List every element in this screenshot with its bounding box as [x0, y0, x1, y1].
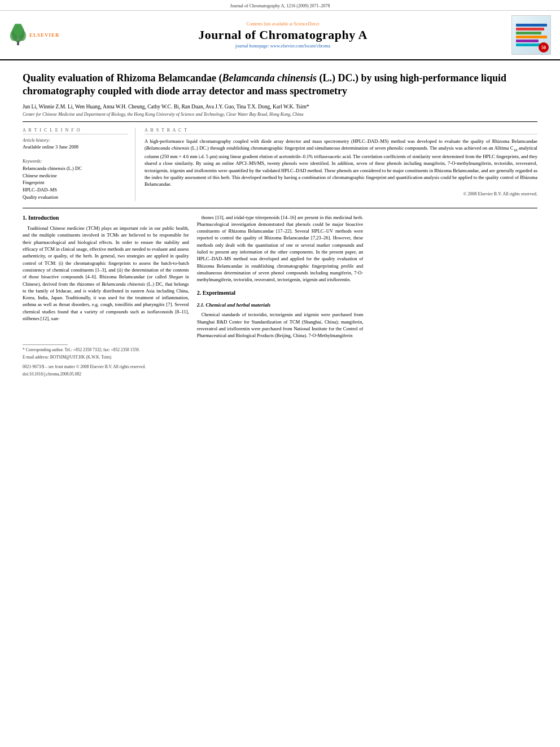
article-info-abstract-section: A R T I C L E I N F O Article history: A… [23, 128, 537, 201]
available-online: Available online 3 June 2008 [23, 144, 128, 150]
keywords-list: Belamcanda chinensis (L.) DC Chinese med… [23, 165, 128, 201]
chemical-subtitle: 2.1. Chemical and herbal materials [197, 302, 364, 309]
journal-bar-text: Journal of Chromatography A, 1216 (2009)… [230, 3, 330, 8]
abstract-header: A B S T R A C T [145, 128, 537, 134]
intro-para-1: Traditional Chinese medicine (TCM) plays… [23, 225, 189, 322]
authors: Jun Li, Winnie Z.M. Li, Wen Huang, Anna … [23, 104, 537, 110]
homepage-link[interactable]: www.elsevier.com/locate/chroma [270, 43, 331, 49]
body-three-col: 1. Introduction Traditional Chinese medi… [23, 214, 537, 379]
journal-header-center: Contents lists available at ScienceDirec… [60, 21, 506, 49]
sciencedirect-label: Contents lists available at ScienceDirec… [60, 21, 506, 27]
article-info-header: A R T I C L E I N F O [23, 128, 128, 134]
article-title-part1: Quality evaluation of Rhizoma Belamcanda… [23, 72, 222, 84]
chemical-para: Chemical standards of tectoridin, tector… [197, 311, 364, 339]
article-title-italic: Belamcanda chinensis [222, 72, 317, 84]
copyright-line: © 2008 Elsevier B.V. All rights reserved… [145, 191, 537, 196]
footnote-area: * Corresponding author. Tel.: +852 2358 … [23, 344, 189, 378]
footnote-corresponding: * Corresponding author. Tel.: +852 2358 … [23, 347, 189, 353]
abstract-column: A B S T R A C T A high-performance liqui… [145, 128, 537, 201]
article-info-column: A R T I C L E I N F O Article history: A… [23, 128, 135, 201]
abstract-text: A high-performance liquid chromatography… [145, 138, 537, 188]
journal-bar: Journal of Chromatography A, 1216 (2009)… [0, 0, 560, 11]
body-divider [23, 208, 537, 208]
elsevier-brand-text: ELSEVIER [29, 32, 60, 38]
keyword-4: HPLC–DAD–MS [23, 186, 128, 194]
keyword-1: Belamcanda chinensis (L.) DC [23, 165, 128, 172]
header-section: ELSEVIER Contents lists available at Sci… [0, 11, 560, 60]
keyword-5: Quality evaluation [23, 194, 128, 201]
footnote-doi: doi:10.1016/j.chroma.2008.05.082 [23, 372, 189, 378]
journal-cover-area: 50 [506, 15, 551, 55]
body-column-3 [371, 214, 537, 379]
keyword-3: Fingerprint [23, 179, 128, 186]
history-label: Article history: [23, 138, 128, 143]
affiliation: Center for Chinese Medicine and Departme… [23, 112, 537, 122]
intro-title: 1. Introduction [23, 214, 189, 222]
body-column-1: 1. Introduction Traditional Chinese medi… [23, 214, 189, 379]
experimental-title: 2. Experimental [197, 289, 364, 298]
keyword-2: Chinese medicine [23, 172, 128, 180]
journal-homepage: journal homepage: www.elsevier.com/locat… [60, 43, 506, 49]
article-title: Quality evaluation of Rhizoma Belamcanda… [23, 72, 537, 98]
elsevier-logo-area: ELSEVIER [9, 24, 60, 46]
elsevier-tree-icon [9, 24, 27, 46]
journal-title: Journal of Chromatography A [60, 28, 506, 42]
journal-cover-badge: 50 [511, 15, 551, 55]
footnote-issn-area: 0021-9673/$ – see front matter © 2008 El… [23, 364, 189, 378]
body-column-2: thones [13], and iridal-type triterpenoi… [197, 214, 364, 379]
footnote-email: E-mail address: BOTSIM@UST.HK (K.W.K. Ts… [23, 355, 189, 361]
badge-number: 50 [539, 42, 549, 53]
footnote-issn: 0021-9673/$ – see front matter © 2008 El… [23, 364, 189, 370]
sciencedirect-link[interactable]: ScienceDirect [294, 21, 320, 27]
main-content: Quality evaluation of Rhizoma Belamcanda… [0, 60, 560, 390]
intro-para-2: thones [13], and iridal-type triterpenoi… [197, 214, 364, 283]
keywords-label: Keywords: [23, 159, 128, 164]
